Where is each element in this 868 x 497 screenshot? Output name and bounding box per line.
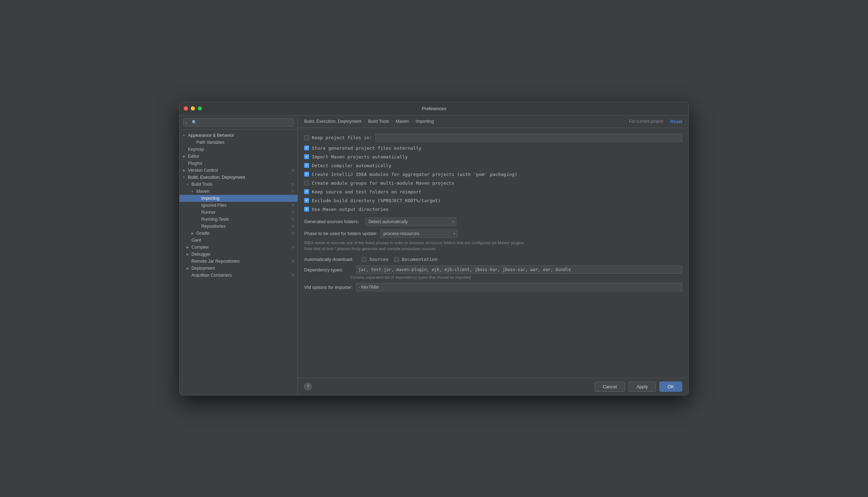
search-wrapper: ⌕ bbox=[183, 118, 294, 127]
store-generated-row: Store generated project files externally bbox=[304, 145, 682, 151]
maximize-button[interactable] bbox=[198, 106, 202, 111]
documentation-checkbox[interactable] bbox=[394, 257, 399, 262]
repo-icon-repos: ⊞ bbox=[291, 224, 294, 228]
sidebar-item-path-variables[interactable]: Path Variables bbox=[180, 139, 298, 146]
use-maven-output-label: Use Maven output directories bbox=[312, 207, 388, 212]
sidebar-item-appearance[interactable]: ▾ Appearance & Behavior bbox=[180, 132, 298, 139]
sidebar-item-label: Path Variables bbox=[196, 140, 224, 145]
sidebar-item-build-tools[interactable]: ▾ Build Tools ⊞ bbox=[180, 181, 298, 188]
repo-icon-compiler: ⊞ bbox=[291, 245, 294, 249]
bottom-right: Cancel Apply OK bbox=[595, 382, 682, 392]
generated-sources-dropdown[interactable]: Detect automatically Sources Target gene… bbox=[365, 218, 456, 226]
create-module-groups-label: Create module groups for multi-module Ma… bbox=[312, 180, 454, 186]
dependency-types-row: Dependency types: Comma separated list o… bbox=[304, 265, 682, 279]
sidebar-item-label: Build Tools bbox=[191, 182, 212, 187]
keep-project-files-input[interactable] bbox=[376, 134, 682, 142]
sidebar-item-label: Debugger bbox=[191, 252, 211, 257]
expand-arrow-gradle: ▶ bbox=[191, 232, 195, 235]
keep-source-folders-label: Keep source and test folders on reimport bbox=[312, 189, 421, 194]
repo-icon-ignored: ⊞ bbox=[291, 203, 294, 207]
create-module-groups-checkbox[interactable] bbox=[304, 180, 309, 185]
minimize-button[interactable] bbox=[191, 106, 195, 111]
sources-label: Sources bbox=[369, 257, 388, 262]
sidebar-item-label: Repositories bbox=[201, 224, 225, 229]
sidebar-item-arquillian[interactable]: Arquillian Containers ⊞ bbox=[180, 272, 298, 279]
sidebar-item-debugger[interactable]: ▶ Debugger bbox=[180, 251, 298, 258]
cancel-button[interactable]: Cancel bbox=[595, 382, 625, 392]
vm-options-row: VM options for importer: bbox=[304, 283, 682, 291]
sidebar-item-label: Version Control bbox=[188, 168, 218, 173]
apply-button[interactable]: Apply bbox=[629, 382, 656, 392]
detect-compiler-checkbox[interactable] bbox=[304, 163, 309, 168]
breadcrumb-bar: Build, Execution, Deployment › Build Too… bbox=[298, 115, 688, 128]
generated-sources-label: Generated sources folders: bbox=[304, 219, 359, 224]
sidebar-item-repositories[interactable]: Repositories ⊞ bbox=[180, 223, 298, 230]
traffic-lights bbox=[184, 106, 202, 111]
sidebar-item-maven[interactable]: ▾ Maven ⊞ bbox=[180, 188, 298, 195]
reset-link[interactable]: Reset bbox=[670, 119, 682, 124]
phase-row: Phase to be used for folders update: pro… bbox=[304, 229, 682, 238]
exclude-build-dir-row: Exclude build directory (%PROJECT_ROOT%/… bbox=[304, 198, 682, 203]
sidebar-item-gant[interactable]: Gant bbox=[180, 237, 298, 244]
keep-source-folders-checkbox-wrapper: Keep source and test folders on reimport bbox=[304, 189, 421, 194]
sidebar-item-label: Gant bbox=[191, 238, 201, 243]
sidebar: ⌕ ▾ Appearance & Behavior Path Variables bbox=[180, 115, 298, 395]
repo-icon-importing: ⊞ bbox=[291, 196, 294, 200]
ok-button[interactable]: OK bbox=[659, 382, 682, 392]
sidebar-item-compiler[interactable]: ▶ Compiler ⊞ bbox=[180, 244, 298, 251]
store-generated-label: Store generated project files externally bbox=[312, 145, 421, 151]
repo-icon-build-tools: ⊞ bbox=[291, 182, 294, 186]
dependency-types-input[interactable] bbox=[356, 265, 682, 274]
expand-arrow-deployment: ▶ bbox=[187, 267, 190, 270]
sidebar-item-label: Maven bbox=[196, 189, 210, 194]
sidebar-item-ignored-files[interactable]: Ignored Files ⊞ bbox=[180, 202, 298, 209]
create-intellij-modules-checkbox[interactable] bbox=[304, 172, 309, 177]
close-button[interactable] bbox=[184, 106, 188, 111]
phase-dropdown[interactable]: process-resources generate-sources gener… bbox=[380, 229, 457, 238]
search-input[interactable] bbox=[183, 118, 294, 127]
auto-download-row: Automatically download: Sources Document… bbox=[304, 257, 682, 262]
expand-arrow-editor: ▶ bbox=[183, 155, 187, 158]
phase-label: Phase to be used for folders update: bbox=[304, 231, 378, 236]
sidebar-item-label: Arquillian Containers bbox=[191, 273, 232, 278]
title-bar: Preferences bbox=[180, 102, 688, 115]
vm-options-input[interactable] bbox=[356, 283, 682, 291]
generated-sources-row: Generated sources folders: Detect automa… bbox=[304, 218, 682, 226]
exclude-build-dir-checkbox[interactable] bbox=[304, 198, 309, 203]
dependency-types-inner: Dependency types: bbox=[304, 265, 682, 274]
sidebar-item-gradle[interactable]: ▶ Gradle ⊞ bbox=[180, 230, 298, 237]
repo-icon-arquillian: ⊞ bbox=[291, 273, 294, 277]
repo-icon-gradle: ⊞ bbox=[291, 231, 294, 235]
sidebar-item-keymap[interactable]: Keymap bbox=[180, 146, 298, 153]
sidebar-item-running-tests[interactable]: Running Tests ⊞ bbox=[180, 216, 298, 223]
sources-checkbox[interactable] bbox=[362, 257, 366, 262]
create-intellij-modules-checkbox-wrapper: Create IntelliJ IDEA modules for aggrega… bbox=[304, 172, 517, 177]
sidebar-item-editor[interactable]: ▶ Editor bbox=[180, 153, 298, 160]
sidebar-item-plugins[interactable]: Plugins bbox=[180, 160, 298, 167]
sidebar-item-deployment[interactable]: ▶ Deployment bbox=[180, 265, 298, 272]
phase-hint-line1: IDEA needs to execute one of the listed … bbox=[304, 241, 525, 245]
sidebar-item-runner[interactable]: Runner ⊞ bbox=[180, 209, 298, 216]
phase-hint-line2: Note that all test-* phases firstly gene… bbox=[304, 247, 437, 251]
keep-source-folders-row: Keep source and test folders on reimport bbox=[304, 189, 682, 194]
exclude-build-dir-checkbox-wrapper: Exclude build directory (%PROJECT_ROOT%/… bbox=[304, 198, 441, 203]
keep-source-folders-checkbox[interactable] bbox=[304, 189, 309, 194]
import-maven-auto-checkbox[interactable] bbox=[304, 154, 309, 159]
store-generated-checkbox-wrapper: Store generated project files externally bbox=[304, 145, 421, 151]
sidebar-item-remote-jar[interactable]: Remote Jar Repositories ⊞ bbox=[180, 258, 298, 265]
store-generated-checkbox[interactable] bbox=[304, 145, 309, 150]
documentation-label: Documentation bbox=[402, 257, 438, 262]
sidebar-item-version-control[interactable]: ▶ Version Control ⊞ bbox=[180, 167, 298, 174]
breadcrumb-sep-1: › bbox=[364, 119, 367, 124]
create-module-groups-checkbox-wrapper: Create module groups for multi-module Ma… bbox=[304, 180, 454, 186]
sidebar-item-label: Importing bbox=[201, 196, 219, 201]
keep-project-files-checkbox[interactable] bbox=[304, 135, 309, 140]
breadcrumb-part-4: Importing bbox=[415, 119, 434, 124]
dependency-types-hint: Comma separated list of dependency types… bbox=[350, 275, 682, 279]
sidebar-item-build-execution[interactable]: ▾ Build, Execution, Deployment bbox=[180, 174, 298, 181]
for-current-project-link[interactable]: For current project bbox=[629, 119, 663, 124]
use-maven-output-checkbox-wrapper: Use Maven output directories bbox=[304, 207, 388, 212]
help-button[interactable]: ? bbox=[304, 383, 312, 390]
use-maven-output-checkbox[interactable] bbox=[304, 207, 309, 212]
sidebar-item-importing[interactable]: Importing ⊞ bbox=[180, 195, 298, 202]
